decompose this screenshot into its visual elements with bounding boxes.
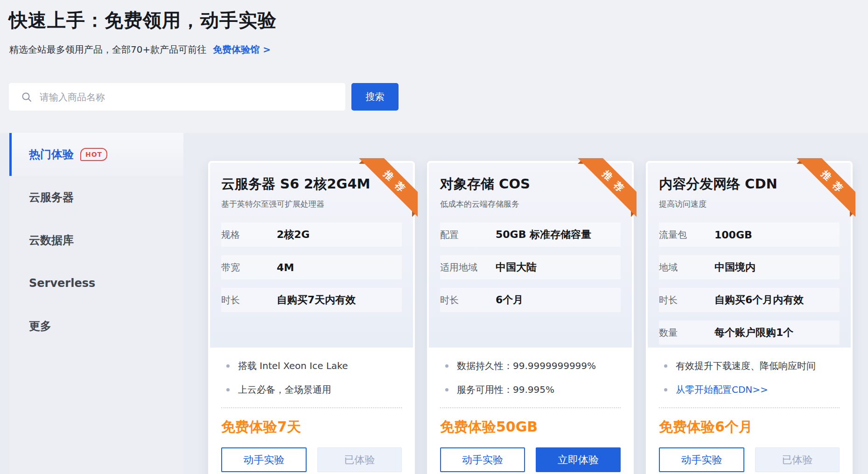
feature-link[interactable]: 从零开始配置CDN>> (676, 383, 768, 396)
spec-value: 100GB (714, 229, 752, 241)
sidebar-item-4[interactable]: 更多 (9, 305, 183, 348)
dotted-divider (440, 407, 621, 408)
product-subtitle: 低成本的云端存储服务 (440, 199, 621, 209)
feature-item: 数据持久性：99.9999999999% (440, 360, 621, 372)
card-actions: 动手实验已体验 (221, 447, 402, 472)
spec-value: 4M (277, 262, 294, 273)
sidebar-item-2[interactable]: 云数据库 (9, 219, 183, 262)
spec-row: 地域 中国境内 (659, 255, 840, 279)
card-bottom-section: 搭载 Intel Xeon Ice Lake 上云必备，全场景通用 免费体验7天… (210, 348, 413, 474)
feature-list: 搭载 Intel Xeon Ice Lake 上云必备，全场景通用 (221, 360, 402, 396)
spec-label: 适用地域 (440, 261, 496, 274)
feature-text: 数据持久性：99.9999999999% (457, 360, 596, 372)
sidebar-item-0[interactable]: 热门体验 HOT (9, 133, 183, 176)
spec-label: 时长 (221, 294, 277, 307)
feature-item: 从零开始配置CDN>> (659, 383, 840, 396)
search-input[interactable] (39, 91, 330, 103)
spec-list: 规格 2核2G 带宽 4M 时长 自购买7天内有效 (221, 223, 402, 312)
product-subtitle: 提高访问速度 (659, 199, 840, 209)
try-now-button[interactable]: 立即体验 (536, 447, 621, 472)
subtitle-text: 精选全站最多领用产品，全部70+款产品可前往 (9, 43, 206, 56)
spec-row: 带宽 4M (221, 255, 402, 279)
spec-label: 数量 (659, 327, 714, 339)
free-experience-hall-link[interactable]: 免费体验馆 > (213, 43, 271, 56)
card-top-section: 对象存储 COS 低成本的云端存储服务 配置 50GB 标准存储容量 适用地域 … (429, 163, 632, 348)
hands-on-lab-button[interactable]: 动手实验 (221, 447, 307, 472)
product-card-2: 推荐 内容分发网络 CDN 提高访问速度 流量包 100GB 地域 中国境内 时… (646, 161, 853, 474)
spec-row: 时长 6个月 (440, 288, 621, 312)
bullet-dot-icon (445, 388, 448, 391)
spec-label: 时长 (440, 294, 496, 307)
spec-label: 流量包 (659, 229, 714, 241)
feature-item: 有效提升下载速度、降低响应时间 (659, 360, 840, 372)
feature-item: 上云必备，全场景通用 (221, 383, 402, 396)
spec-value: 2核2G (277, 228, 310, 242)
feature-item: 服务可用性：99.995% (440, 383, 621, 396)
card-bottom-section: 有效提升下载速度、降低响应时间 从零开始配置CDN>> 免费体验6个月 动手实验… (648, 348, 851, 474)
product-title: 内容分发网络 CDN (659, 175, 840, 194)
feature-text: 上云必备，全场景通用 (238, 383, 331, 396)
spec-value: 中国境内 (714, 260, 756, 274)
sidebar-item-label: 云服务器 (29, 190, 74, 205)
already-experienced-button[interactable]: 已体验 (317, 447, 402, 472)
spec-value: 每个账户限购1个 (714, 326, 793, 340)
sidebar-item-label: 云数据库 (29, 233, 74, 248)
spec-label: 配置 (440, 229, 496, 241)
sidebar-item-label: 热门体验 (29, 147, 74, 162)
dotted-divider (659, 407, 840, 408)
feature-list: 有效提升下载速度、降低响应时间 从零开始配置CDN>> (659, 360, 840, 396)
bullet-dot-icon (664, 388, 667, 391)
free-offer-text: 免费体验6个月 (659, 418, 840, 437)
dotted-divider (221, 407, 402, 408)
feature-text: 服务可用性：99.995% (457, 383, 554, 396)
search-button[interactable]: 搜索 (351, 83, 399, 111)
search-input-box[interactable] (9, 83, 345, 111)
card-top-section: 内容分发网络 CDN 提高访问速度 流量包 100GB 地域 中国境内 时长 自… (648, 163, 851, 348)
spec-row: 规格 2核2G (221, 223, 402, 247)
product-title: 云服务器 S6 2核2G4M (221, 175, 402, 194)
card-actions: 动手实验已体验 (659, 447, 840, 472)
sidebar-item-label: 更多 (29, 319, 51, 334)
hands-on-lab-button[interactable]: 动手实验 (440, 447, 525, 472)
bullet-dot-icon (445, 364, 448, 368)
product-title: 对象存储 COS (440, 175, 621, 194)
spec-value: 中国大陆 (496, 260, 537, 274)
sidebar-item-label: Serverless (29, 277, 95, 290)
spec-row: 适用地域 中国大陆 (440, 255, 621, 279)
search-icon (21, 91, 32, 103)
spec-row: 时长 自购买6个月内有效 (659, 288, 840, 312)
spec-label: 地域 (659, 261, 714, 274)
already-experienced-button[interactable]: 已体验 (755, 447, 840, 472)
free-offer-text: 免费体验7天 (221, 418, 402, 437)
product-card-0: 推荐 云服务器 S6 2核2G4M 基于英特尔至强可扩展处理器 规格 2核2G … (208, 161, 415, 474)
sidebar-item-1[interactable]: 云服务器 (9, 176, 183, 219)
hot-badge: HOT (80, 148, 107, 161)
card-actions: 动手实验立即体验 (440, 447, 621, 472)
spec-list: 流量包 100GB 地域 中国境内 时长 自购买6个月内有效 数量 每个账户限购… (659, 223, 840, 345)
spec-row: 流量包 100GB (659, 223, 840, 247)
spec-label: 规格 (221, 229, 277, 241)
spec-value: 6个月 (496, 293, 523, 307)
hands-on-lab-button[interactable]: 动手实验 (659, 447, 744, 472)
spec-value: 自购买6个月内有效 (714, 293, 804, 307)
content-area: 热门体验 HOT 云服务器 云数据库 Serverless 更多 推荐 云服务器… (0, 133, 868, 474)
spec-value: 自购买7天内有效 (277, 293, 356, 307)
feature-list: 数据持久性：99.9999999999% 服务可用性：99.995% (440, 360, 621, 396)
spec-list: 配置 50GB 标准存储容量 适用地域 中国大陆 时长 6个月 (440, 223, 621, 312)
bullet-dot-icon (664, 364, 667, 368)
spec-label: 带宽 (221, 261, 277, 274)
search-bar: 搜索 (9, 83, 399, 111)
card-bottom-section: 数据持久性：99.9999999999% 服务可用性：99.995% 免费体验5… (429, 348, 632, 474)
product-card-1: 推荐 对象存储 COS 低成本的云端存储服务 配置 50GB 标准存储容量 适用… (427, 161, 634, 474)
sidebar-item-3[interactable]: Serverless (9, 262, 183, 305)
bullet-dot-icon (226, 388, 230, 391)
feature-text: 搭载 Intel Xeon Ice Lake (238, 360, 348, 372)
page-title: 快速上手：免费领用，动手实验 (9, 7, 277, 33)
spec-row: 数量 每个账户限购1个 (659, 321, 840, 345)
free-offer-text: 免费体验50GB (440, 418, 621, 437)
feature-item: 搭载 Intel Xeon Ice Lake (221, 360, 402, 372)
product-cards: 推荐 云服务器 S6 2核2G4M 基于英特尔至强可扩展处理器 规格 2核2G … (208, 161, 853, 474)
bullet-dot-icon (226, 364, 230, 368)
spec-label: 时长 (659, 294, 714, 307)
category-sidebar: 热门体验 HOT 云服务器 云数据库 Serverless 更多 (9, 133, 183, 474)
